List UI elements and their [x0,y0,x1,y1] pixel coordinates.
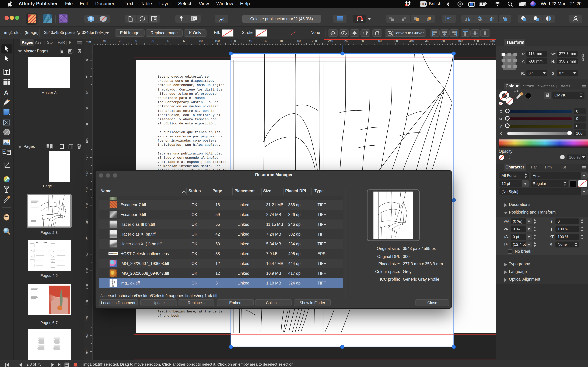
svg-text:3: 3 [406,4,407,7]
